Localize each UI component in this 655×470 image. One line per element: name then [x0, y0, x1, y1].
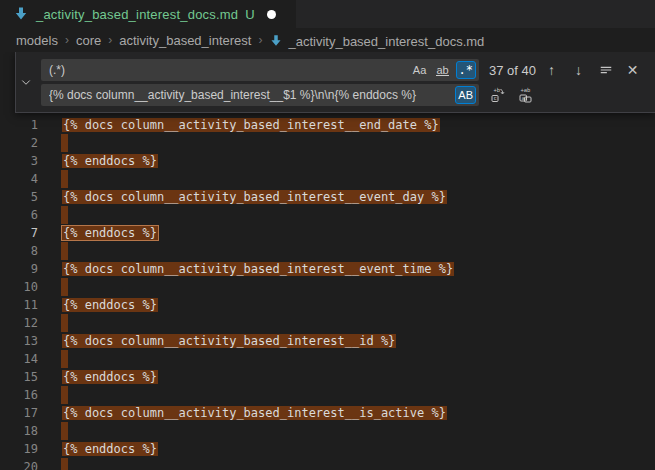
line-content — [62, 350, 68, 368]
code-line[interactable]: 9{% docs column__activity_based_interest… — [0, 260, 655, 278]
breadcrumb: models › core › activity_based_interest … — [0, 28, 655, 52]
chevron-right-icon: › — [65, 33, 69, 47]
code-line[interactable]: 1{% docs column__activity_based_interest… — [0, 116, 655, 134]
find-match: {% enddocs %} — [62, 154, 158, 168]
line-content — [62, 134, 68, 152]
code-line[interactable]: 14 — [0, 350, 655, 368]
chevron-right-icon: › — [108, 33, 112, 47]
code-line[interactable]: 12 — [0, 314, 655, 332]
code-line[interactable]: 5{% docs column__activity_based_interest… — [0, 188, 655, 206]
code-line[interactable]: 6 — [0, 206, 655, 224]
line-content: {% enddocs %} — [62, 296, 158, 314]
breadcrumb-item-file[interactable]: _activity_based_interest_docs.md — [269, 32, 484, 49]
find-match: {% docs column__activity_based_interest_… — [62, 118, 440, 132]
code-line[interactable]: 18 — [0, 422, 655, 440]
line-content — [62, 386, 68, 404]
line-number: 5 — [0, 188, 38, 206]
code-line[interactable]: 19{% enddocs %} — [0, 440, 655, 458]
line-content — [62, 314, 68, 332]
find-match: {% enddocs %} — [62, 370, 158, 384]
code-line[interactable]: 16 — [0, 386, 655, 404]
code-line[interactable]: 15{% enddocs %} — [0, 368, 655, 386]
find-match: {% docs column__activity_based_interest_… — [62, 334, 396, 348]
line-number: 9 — [0, 260, 38, 278]
line-content — [62, 242, 68, 260]
line-content: {% docs column__activity_based_interest_… — [62, 260, 454, 278]
line-number: 1 — [0, 116, 38, 134]
code-line[interactable]: 13{% docs column__activity_based_interes… — [0, 332, 655, 350]
line-number: 17 — [0, 404, 38, 422]
line-number: 10 — [0, 278, 38, 296]
find-match: {% docs column__activity_based_interest_… — [62, 406, 447, 420]
editor[interactable]: Aa ab .* 37 of 40 ↑ ↓ ✕ — [0, 52, 655, 470]
empty-line-match-highlight — [61, 170, 68, 188]
line-number: 6 — [0, 206, 38, 224]
line-content: {% docs column__activity_based_interest_… — [62, 116, 440, 134]
breadcrumb-item-core[interactable]: core — [76, 33, 101, 48]
file-type-icon — [13, 6, 29, 22]
line-number: 13 — [0, 332, 38, 350]
line-number: 19 — [0, 440, 38, 458]
current-find-match: {% enddocs %} — [62, 226, 158, 240]
code-line[interactable]: 20 — [0, 458, 655, 470]
line-number: 11 — [0, 296, 38, 314]
tab-active-file[interactable]: _activity_based_interest_docs.md U — [0, 0, 296, 28]
code-line[interactable]: 17{% docs column__activity_based_interes… — [0, 404, 655, 422]
line-number: 4 — [0, 170, 38, 188]
empty-line-match-highlight — [61, 206, 68, 224]
line-number: 8 — [0, 242, 38, 260]
line-content — [62, 206, 68, 224]
chevron-right-icon: › — [258, 33, 262, 47]
code-lines[interactable]: 1{% docs column__activity_based_interest… — [0, 116, 655, 470]
next-match-button[interactable]: ↓ — [568, 60, 589, 81]
line-number: 15 — [0, 368, 38, 386]
line-number: 7 — [0, 224, 38, 242]
line-number: 14 — [0, 350, 38, 368]
regex-toggle[interactable]: .* — [456, 61, 476, 79]
breadcrumb-file-label: _activity_based_interest_docs.md — [288, 34, 484, 49]
line-content: {% docs column__activity_based_interest_… — [62, 188, 447, 206]
line-number: 3 — [0, 152, 38, 170]
code-line[interactable]: 3{% enddocs %} — [0, 152, 655, 170]
line-number: 2 — [0, 134, 38, 152]
line-content — [62, 458, 68, 470]
find-widget: Aa ab .* 37 of 40 ↑ ↓ ✕ — [15, 52, 655, 113]
empty-line-match-highlight — [61, 314, 68, 332]
line-content — [62, 422, 68, 440]
svg-text:ac: ac — [521, 95, 527, 101]
line-content: {% docs column__activity_based_interest_… — [62, 332, 396, 350]
code-line[interactable]: 2 — [0, 134, 655, 152]
code-line[interactable]: 4 — [0, 170, 655, 188]
line-content: {% enddocs %} — [62, 440, 158, 458]
preserve-case-toggle[interactable]: AB — [455, 86, 476, 104]
empty-line-match-highlight — [61, 458, 68, 470]
empty-line-match-highlight — [61, 386, 68, 404]
code-line[interactable]: 8 — [0, 242, 655, 260]
line-content: {% enddocs %} — [62, 152, 158, 170]
code-line[interactable]: 10 — [0, 278, 655, 296]
find-match: {% docs column__activity_based_interest_… — [62, 262, 454, 276]
replace-all-button[interactable]: +ab ac — [515, 85, 536, 106]
toggle-replace-chevron-icon[interactable] — [16, 52, 35, 112]
svg-text:c: c — [493, 95, 496, 101]
replace-button[interactable]: +b c — [487, 85, 508, 106]
match-case-toggle[interactable]: Aa — [410, 61, 430, 79]
find-match: {% enddocs %} — [62, 442, 158, 456]
code-line[interactable]: 7{% enddocs %} — [0, 224, 655, 242]
code-line[interactable]: 11{% enddocs %} — [0, 296, 655, 314]
previous-match-button[interactable]: ↑ — [541, 60, 562, 81]
line-number: 12 — [0, 314, 38, 332]
whole-word-label: ab — [436, 65, 448, 76]
modified-dot-icon[interactable] — [267, 10, 276, 19]
breadcrumb-item-models[interactable]: models — [16, 33, 58, 48]
line-number: 18 — [0, 422, 38, 440]
empty-line-match-highlight — [61, 350, 68, 368]
breadcrumb-item-folder[interactable]: activity_based_interest — [119, 33, 251, 48]
find-row: Aa ab .* 37 of 40 ↑ ↓ ✕ — [35, 59, 655, 81]
close-button[interactable]: ✕ — [622, 60, 643, 81]
find-match: {% docs column__activity_based_interest_… — [62, 190, 447, 204]
line-number: 20 — [0, 458, 38, 470]
whole-word-toggle[interactable]: ab — [433, 61, 453, 79]
find-in-selection-button[interactable] — [595, 60, 616, 81]
replace-input[interactable] — [41, 84, 479, 106]
